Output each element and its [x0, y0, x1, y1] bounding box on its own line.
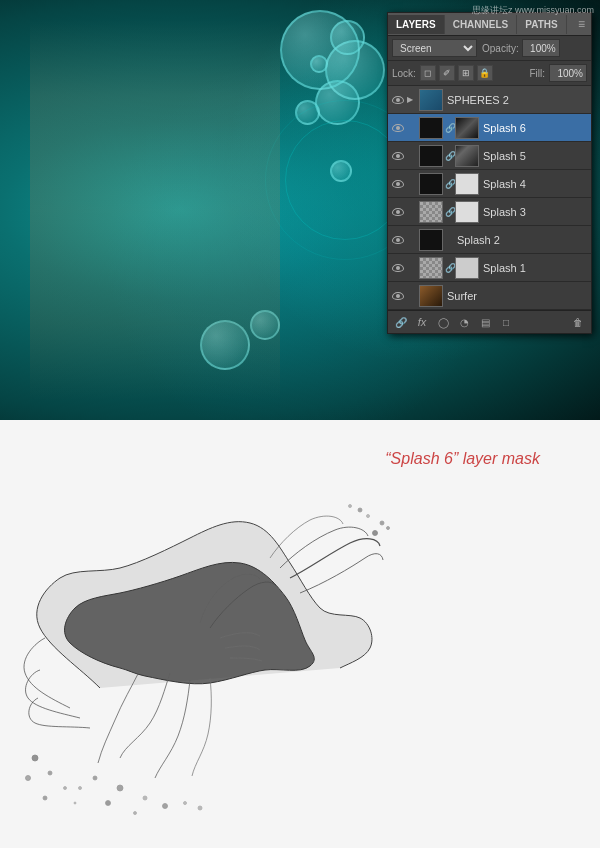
delete-layer-icon[interactable]: 🗑 — [569, 314, 587, 330]
eye-icon — [392, 208, 404, 216]
layer-row[interactable]: 🔗 Splash 6 — [388, 114, 591, 142]
eye-icon — [392, 124, 404, 132]
svg-point-0 — [32, 755, 38, 761]
bubble — [310, 55, 328, 73]
svg-point-14 — [163, 804, 168, 809]
layers-panel: LAYERS CHANNELS PATHS ≡ Screen Normal Mu… — [387, 12, 592, 334]
bottom-section: “Splash 6” layer mask — [0, 420, 600, 848]
tab-layers[interactable]: LAYERS — [388, 15, 445, 34]
group-arrow-icon[interactable]: ▶ — [407, 95, 417, 104]
eye-icon — [392, 292, 404, 300]
link-icon[interactable]: 🔗 — [445, 263, 453, 273]
layers-list: ▶ SPHERES 2 🔗 Splash 6 — [388, 86, 591, 310]
svg-point-16 — [198, 806, 202, 810]
layer-row[interactable]: 🔗 Splash 4 — [388, 170, 591, 198]
new-group-icon[interactable]: ▤ — [476, 314, 494, 330]
watermark: 思缘讲坛z www.missyuan.com — [472, 4, 594, 17]
layer-visibility-toggle[interactable] — [391, 289, 405, 303]
opacity-input[interactable] — [522, 39, 560, 57]
layer-thumbnail — [419, 173, 443, 195]
svg-point-3 — [64, 787, 67, 790]
add-mask-icon[interactable]: ◯ — [434, 314, 452, 330]
layer-visibility-toggle[interactable] — [391, 149, 405, 163]
layer-visibility-toggle[interactable] — [391, 177, 405, 191]
layer-row[interactable]: Surfer — [388, 282, 591, 310]
lock-fill-row: Lock: ◻ ✐ ⊞ 🔒 Fill: — [388, 61, 591, 86]
layer-thumbnail — [419, 285, 443, 307]
layer-visibility-toggle[interactable] — [391, 233, 405, 247]
fill-label: Fill: — [529, 68, 545, 79]
svg-point-9 — [367, 515, 370, 518]
layer-name: SPHERES 2 — [445, 94, 588, 106]
layer-name: Splash 2 — [455, 234, 588, 246]
layer-row[interactable]: ▶ SPHERES 2 — [388, 86, 591, 114]
lock-label: Lock: — [392, 68, 416, 79]
layer-name: Surfer — [445, 290, 588, 302]
layer-visibility-toggle[interactable] — [391, 121, 405, 135]
svg-point-10 — [358, 508, 362, 512]
opacity-label: Opacity: — [482, 43, 519, 54]
layer-mask-thumbnail — [455, 257, 479, 279]
new-layer-icon[interactable]: □ — [497, 314, 515, 330]
mask-label: “Splash 6” layer mask — [385, 450, 540, 468]
layer-thumbnail — [419, 201, 443, 223]
adjustment-icon[interactable]: ◔ — [455, 314, 473, 330]
layer-thumbnail — [419, 229, 443, 251]
link-icon[interactable]: 🔗 — [445, 151, 453, 161]
layer-mask-thumbnail — [455, 173, 479, 195]
layer-visibility-toggle[interactable] — [391, 93, 405, 107]
layer-row[interactable]: 🔗 Splash 3 — [388, 198, 591, 226]
layer-thumbnail — [419, 257, 443, 279]
layer-thumbnail — [419, 145, 443, 167]
tab-channels[interactable]: CHANNELS — [445, 15, 518, 34]
svg-point-5 — [74, 802, 76, 804]
layer-row[interactable]: 🔗 Splash 1 — [388, 254, 591, 282]
svg-point-20 — [106, 801, 111, 806]
svg-point-18 — [79, 787, 82, 790]
lock-all-icon[interactable]: 🔒 — [477, 65, 493, 81]
eye-icon — [392, 180, 404, 188]
layer-name: Splash 4 — [481, 178, 588, 190]
svg-point-13 — [143, 796, 147, 800]
svg-point-1 — [48, 771, 52, 775]
layer-mask-thumbnail — [455, 145, 479, 167]
lock-paint-icon[interactable]: ✐ — [439, 65, 455, 81]
svg-point-8 — [380, 521, 384, 525]
svg-point-12 — [117, 785, 123, 791]
layer-thumbnail — [419, 117, 443, 139]
svg-point-2 — [26, 776, 31, 781]
lock-move-icon[interactable]: ⊞ — [458, 65, 474, 81]
layer-visibility-toggle[interactable] — [391, 261, 405, 275]
blend-mode-select[interactable]: Screen Normal Multiply Overlay — [392, 39, 477, 57]
layer-mask-thumbnail — [455, 201, 479, 223]
link-icon[interactable]: 🔗 — [445, 123, 453, 133]
panel-bottom-toolbar: 🔗 fx ◯ ◔ ▤ □ 🗑 — [388, 310, 591, 333]
eye-icon — [392, 152, 404, 160]
blend-opacity-row: Screen Normal Multiply Overlay Opacity: — [388, 36, 591, 61]
link-icon[interactable]: 🔗 — [445, 179, 453, 189]
layer-row[interactable]: 🔗 Splash 5 — [388, 142, 591, 170]
lock-transparent-icon[interactable]: ◻ — [420, 65, 436, 81]
bubble — [280, 10, 360, 90]
eye-icon — [392, 96, 404, 104]
layer-row[interactable]: Splash 2 — [388, 226, 591, 254]
svg-point-7 — [387, 527, 390, 530]
fill-input[interactable] — [549, 64, 587, 82]
top-section: 思缘讲坛z www.missyuan.com LAYERS CHANNELS P… — [0, 0, 600, 420]
surfer-figure — [30, 20, 280, 400]
splash-mask-image — [20, 488, 390, 828]
svg-point-19 — [134, 812, 137, 815]
fx-icon[interactable]: fx — [413, 314, 431, 330]
layer-name: Splash 3 — [481, 206, 588, 218]
svg-point-4 — [43, 796, 47, 800]
svg-point-11 — [349, 505, 352, 508]
lock-icons: ◻ ✐ ⊞ 🔒 — [420, 65, 493, 81]
tab-paths[interactable]: PATHS — [517, 15, 566, 34]
layer-name: Splash 5 — [481, 150, 588, 162]
layer-mask-thumbnail — [455, 117, 479, 139]
link-icon[interactable]: 🔗 — [445, 207, 453, 217]
layer-visibility-toggle[interactable] — [391, 205, 405, 219]
layer-name: Splash 6 — [481, 122, 588, 134]
svg-point-15 — [184, 802, 187, 805]
link-layers-icon[interactable]: 🔗 — [392, 314, 410, 330]
